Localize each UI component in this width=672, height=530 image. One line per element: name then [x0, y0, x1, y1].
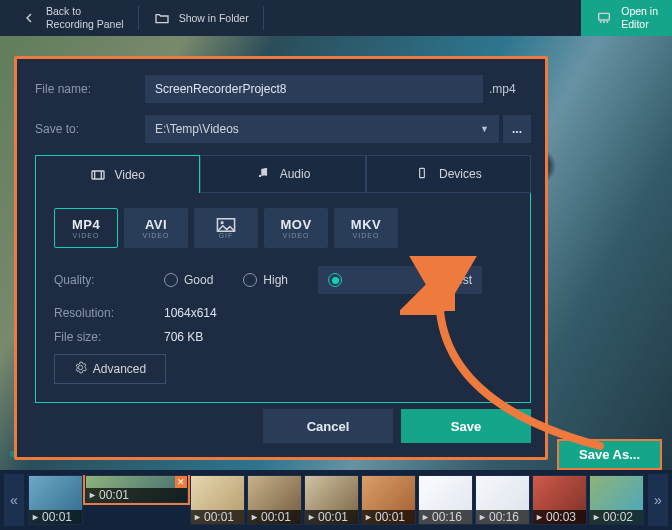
open-label: Open in Editor [621, 5, 658, 30]
thumb-meta: 00:01 [191, 510, 244, 524]
browse-button[interactable]: ... [503, 115, 531, 143]
separator [263, 6, 264, 30]
thumbnail[interactable]: 00:02 [589, 475, 644, 525]
thumbnail[interactable]: 00:16 [475, 475, 530, 525]
svg-rect-0 [599, 13, 610, 20]
svg-rect-4 [92, 171, 104, 179]
strip-next[interactable]: » [648, 474, 668, 526]
format-mov[interactable]: MOVVIDEO [264, 208, 328, 248]
folder-icon [153, 9, 171, 27]
show-label: Show in Folder [179, 12, 249, 25]
svg-marker-17 [366, 514, 372, 520]
filesize-row: File size: 706 KB [54, 330, 512, 344]
save-as-button[interactable]: Save As... [557, 439, 662, 470]
top-toolbar: Back to Recording Panel Show in Folder O… [0, 0, 672, 36]
open-in-editor-button[interactable]: Open in Editor [581, 0, 672, 36]
format-buttons: MP4VIDEO AVIVIDEO GIF MOVVIDEO MKVVIDEO [54, 208, 512, 248]
thumbnail[interactable]: 00:01 [304, 475, 359, 525]
resolution-value: 1064x614 [164, 306, 217, 320]
back-button[interactable]: Back to Recording Panel [6, 0, 138, 36]
cancel-button[interactable]: Cancel [263, 409, 393, 443]
audio-icon [256, 166, 272, 182]
quality-highest[interactable]: Highest [318, 266, 482, 294]
radio-icon [164, 273, 178, 287]
thumb-meta: 00:16 [476, 510, 529, 524]
thumbs-container: 00:01✕00:0100:0100:0100:0100:0100:1600:1… [28, 475, 644, 525]
tab-devices[interactable]: Devices [366, 155, 531, 193]
quality-high[interactable]: High [243, 273, 288, 287]
svg-point-5 [259, 175, 261, 177]
saveto-label: Save to: [35, 122, 145, 136]
video-icon [90, 167, 106, 183]
saveto-row: Save to: E:\Temp\Videos ▼ ... [35, 115, 531, 143]
thumbnail[interactable]: ✕00:01 [85, 475, 188, 503]
format-avi[interactable]: AVIVIDEO [124, 208, 188, 248]
arrow-left-icon [20, 9, 38, 27]
thumb-meta: 00:16 [419, 510, 472, 524]
saveto-dropdown[interactable]: E:\Temp\Videos ▼ [145, 115, 499, 143]
save-button[interactable]: Save [401, 409, 531, 443]
thumb-meta: 00:02 [590, 510, 643, 524]
thumb-meta: 00:01 [362, 510, 415, 524]
tab-devices-label: Devices [439, 167, 482, 181]
filename-ext: .mp4 [483, 82, 531, 96]
format-mp4[interactable]: MP4VIDEO [54, 208, 118, 248]
filename-row: File name: .mp4 [35, 75, 531, 103]
filmstrip: « 00:01✕00:0100:0100:0100:0100:0100:1600… [0, 470, 672, 530]
format-mkv[interactable]: MKVVIDEO [334, 208, 398, 248]
svg-marker-18 [423, 514, 429, 520]
filesize-value: 706 KB [164, 330, 203, 344]
thumb-meta: 00:01 [86, 488, 187, 502]
thumb-delete[interactable]: ✕ [175, 476, 187, 488]
thumbnail[interactable]: 00:01 [247, 475, 302, 525]
devices-icon [415, 166, 431, 182]
radio-icon [243, 273, 257, 287]
strip-prev[interactable]: « [4, 474, 24, 526]
format-gif[interactable]: GIF [194, 208, 258, 248]
thumb-meta: 00:01 [305, 510, 358, 524]
tab-video-label: Video [114, 168, 144, 182]
advanced-label: Advanced [93, 362, 146, 376]
svg-point-9 [221, 221, 224, 224]
svg-marker-15 [252, 514, 258, 520]
thumb-meta: 00:01 [248, 510, 301, 524]
tab-audio[interactable]: Audio [200, 155, 365, 193]
resolution-row: Resolution: 1064x614 [54, 306, 512, 320]
thumb-meta: 00:03 [533, 510, 586, 524]
svg-marker-21 [594, 514, 600, 520]
thumb-meta: 00:01 [29, 510, 82, 524]
svg-marker-14 [195, 514, 201, 520]
radio-icon [328, 273, 342, 287]
tab-body: MP4VIDEO AVIVIDEO GIF MOVVIDEO MKVVIDEO … [35, 192, 531, 403]
back-label: Back to Recording Panel [46, 5, 124, 30]
tab-audio-label: Audio [280, 167, 311, 181]
svg-point-6 [264, 174, 266, 176]
svg-marker-13 [90, 492, 96, 498]
thumbnail[interactable]: 00:16 [418, 475, 473, 525]
thumbnail[interactable]: 00:01 [28, 475, 83, 525]
svg-marker-20 [537, 514, 543, 520]
svg-marker-16 [309, 514, 315, 520]
svg-point-3 [607, 21, 609, 23]
advanced-button[interactable]: Advanced [54, 354, 166, 384]
thumbnail[interactable]: 00:03 [532, 475, 587, 525]
quality-good[interactable]: Good [164, 273, 213, 287]
thumbnail[interactable]: 00:01 [190, 475, 245, 525]
save-dialog: File name: .mp4 Save to: E:\Temp\Videos … [14, 56, 548, 460]
format-tabs: Video Audio Devices [35, 155, 531, 193]
svg-point-1 [600, 21, 602, 23]
svg-rect-7 [420, 168, 425, 177]
tab-video[interactable]: Video [35, 155, 200, 193]
filename-input[interactable] [145, 75, 483, 103]
quality-label: Quality: [54, 273, 164, 287]
chevron-down-icon: ▼ [480, 124, 489, 134]
filesize-label: File size: [54, 330, 164, 344]
resolution-label: Resolution: [54, 306, 164, 320]
filename-label: File name: [35, 82, 145, 96]
saveto-value: E:\Temp\Videos [155, 122, 239, 136]
gear-icon [74, 361, 87, 377]
thumbnail[interactable]: 00:01 [361, 475, 416, 525]
show-in-folder-button[interactable]: Show in Folder [139, 0, 263, 36]
modal-buttons: Cancel Save [263, 409, 531, 443]
svg-marker-19 [480, 514, 486, 520]
